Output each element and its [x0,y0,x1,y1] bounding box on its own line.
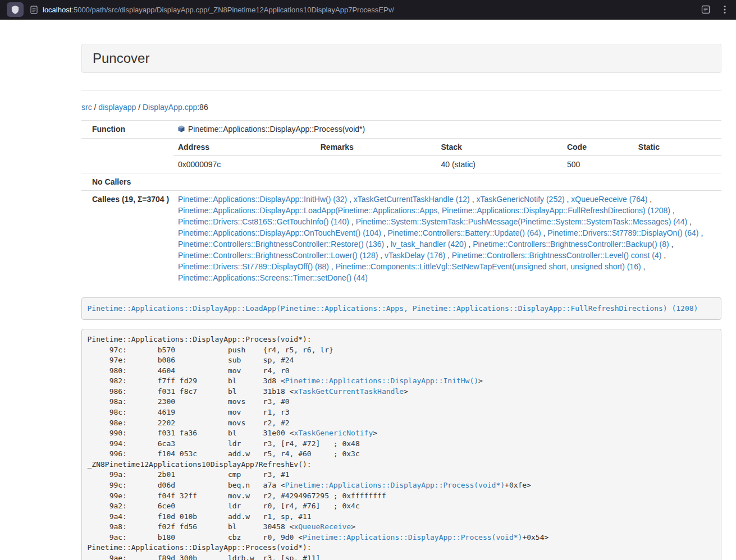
callee-link[interactable]: Pinetime::Controllers::Battery::Update()… [388,228,541,237]
address-value: 0x0000097c [173,156,316,173]
col-code: Code [563,139,634,156]
breadcrumb-link[interactable]: src [81,103,92,112]
callee-link[interactable]: xQueueReceive (764) [571,195,647,204]
col-remarks: Remarks [316,139,437,156]
callee-link[interactable]: Pinetime::Applications::DisplayApp::Load… [178,206,670,215]
col-stack: Stack [436,139,562,156]
callee-link[interactable]: Pinetime::Applications::DisplayApp::OnTo… [178,228,381,237]
no-callers-row: No Callers [81,173,721,191]
callee-link[interactable]: xTaskGetCurrentTaskHandle (12) [354,195,470,204]
reader-view-icon[interactable] [701,5,710,14]
disassembly-symbol-link[interactable]: Pinetime::Applications::DisplayApp::Proc… [303,533,522,541]
divider [81,90,721,91]
no-callers-label: No Callers [81,173,173,191]
callee-link[interactable]: Pinetime::Controllers::BrightnessControl… [178,251,378,260]
cube-icon [178,124,185,135]
url-bar[interactable]: localhost:5000/path/src/displayapp/Displ… [30,6,701,14]
browser-chrome: localhost:5000/path/src/displayapp/Displ… [0,0,736,20]
callee-link[interactable]: lv_task_handler (420) [391,240,467,249]
app-header: Puncover [81,44,721,73]
shield-glyph [11,6,19,14]
disassembly-symbol-link[interactable]: Pinetime::Applications::DisplayApp::Init… [285,377,478,385]
callee-link[interactable]: Pinetime::Controllers::BrightnessControl… [473,240,669,249]
callees-row: Callees (19, Σ=3704 ) Pinetime::Applicat… [81,191,721,287]
url-path: :5000/path/src/displayapp/DisplayApp.cpp… [71,6,394,14]
stats-row: Address Remarks Stack Code Static 0x0000… [81,139,721,173]
remarks-value [316,156,437,173]
disassembly-symbol-link[interactable]: xQueueReceive [294,522,351,531]
page-content: Puncover src / displayapp / DisplayApp.c… [81,20,721,560]
disassembly-symbol-link[interactable]: Pinetime::Applications::DisplayApp::Proc… [285,481,505,489]
disassembly-symbol-link[interactable]: xTaskGenericNotify [294,429,373,437]
breadcrumb-line-number: :86 [197,103,208,112]
col-address: Address [173,139,316,156]
page-title: Puncover [93,51,710,66]
callee-link[interactable]: xTaskGenericNotify (252) [476,195,564,204]
callee-link[interactable]: Pinetime::Drivers::Cst816S::GetTouchInfo… [178,217,349,226]
function-table: Function Pinetime::Applications::Display… [81,120,721,286]
breadcrumb-link[interactable]: DisplayApp.cpp [143,103,197,112]
callees-label: Callees (19, Σ=3704 ) [81,191,173,287]
col-static: Static [634,139,721,156]
function-row: Function Pinetime::Applications::Display… [81,121,721,139]
function-label: Function [81,121,173,139]
toolbar-right [701,5,730,14]
callee-link[interactable]: Pinetime::Controllers::BrightnessControl… [452,251,661,260]
callee-link[interactable]: Pinetime::Drivers::St7789::DisplayOn() (… [547,228,698,237]
callee-link[interactable]: Pinetime::Drivers::St7789::DisplayOff() … [178,262,329,271]
function-name: Pinetime::Applications::DisplayApp::Proc… [188,125,365,134]
shield-icon[interactable] [7,2,24,17]
disassembly-symbol-link[interactable]: xTaskGetCurrentTaskHandle [294,387,404,396]
callee-link[interactable]: Pinetime::Components::LittleVgl::SetNewT… [336,262,641,271]
callee-link[interactable]: Pinetime::Applications::Screens::Timer::… [178,273,368,282]
page-icon [30,6,38,14]
callee-link[interactable]: Pinetime::Applications::DisplayApp::Init… [178,195,347,204]
highlighted-symbol-box: Pinetime::Applications::DisplayApp::Load… [81,297,721,320]
stats-table: Address Remarks Stack Code Static 0x0000… [173,139,721,173]
menu-icon[interactable] [724,5,726,14]
static-value [634,156,721,173]
stack-value: 40 (static) [436,156,562,173]
url-host: localhost [43,6,71,14]
callees-list: Pinetime::Applications::DisplayApp::Init… [173,191,721,287]
breadcrumb-link[interactable]: displayapp [98,103,136,112]
code-value: 500 [563,156,634,173]
disassembly-code: Pinetime::Applications::DisplayApp::Proc… [81,329,721,560]
callee-link[interactable]: Pinetime::Controllers::BrightnessControl… [178,240,384,249]
callee-link[interactable]: vTaskDelay (176) [385,251,445,260]
highlighted-symbol-link[interactable]: Pinetime::Applications::DisplayApp::Load… [88,304,698,313]
breadcrumb: src / displayapp / DisplayApp.cpp:86 [81,102,721,113]
callee-link[interactable]: Pinetime::System::SystemTask::PushMessag… [356,217,688,226]
stats-values-row: 0x0000097c 40 (static) 500 [173,156,721,173]
